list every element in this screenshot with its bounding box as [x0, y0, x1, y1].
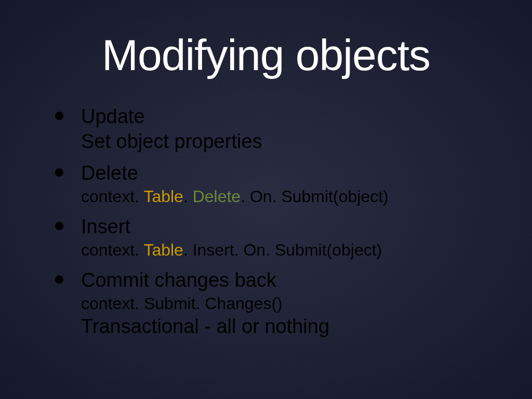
- bullet-subtext: Set object properties: [81, 129, 480, 154]
- code-text: context. Submit. Changes(): [81, 294, 283, 313]
- bullet-heading: Insert: [81, 215, 480, 240]
- list-item: Delete context. Table. Delete. On. Submi…: [52, 161, 480, 207]
- bullet-heading: Update: [81, 104, 480, 129]
- code-line: context. Table. Delete. On. Submit(objec…: [81, 186, 480, 208]
- code-table: Table: [143, 241, 183, 259]
- code-text: . Insert. On. Submit(object): [183, 241, 382, 259]
- bullet-heading: Commit changes back: [81, 268, 480, 293]
- bullet-list: Update Set object properties Delete cont…: [52, 104, 480, 339]
- code-line: context. Submit. Changes(): [81, 293, 480, 315]
- list-item: Update Set object properties: [52, 104, 480, 154]
- bullet-heading: Delete: [81, 161, 480, 186]
- list-item: Commit changes back context. Submit. Cha…: [52, 268, 480, 339]
- list-item: Insert context. Table. Insert. On. Submi…: [52, 215, 480, 261]
- code-line: context. Table. Insert. On. Submit(objec…: [81, 240, 480, 261]
- code-text: context.: [81, 241, 143, 259]
- code-accent: Delete: [193, 187, 241, 206]
- code-text: context.: [81, 187, 143, 206]
- bullet-subtext: Transactional - all or nothing: [81, 314, 480, 339]
- code-text: .: [183, 187, 193, 206]
- slide: Modifying objects Update Set object prop…: [0, 0, 532, 399]
- code-text: . On. Submit(object): [241, 187, 389, 206]
- slide-title: Modifying objects: [52, 30, 480, 81]
- code-table: Table: [143, 187, 183, 206]
